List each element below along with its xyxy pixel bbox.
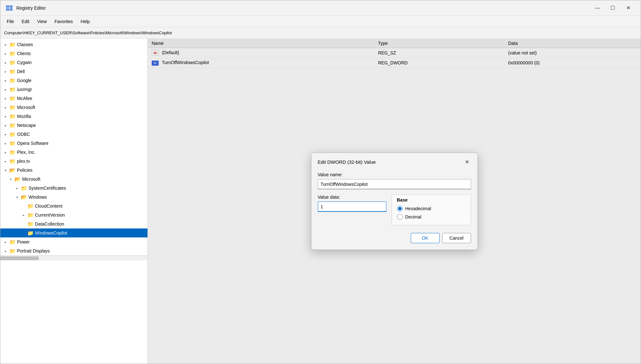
- folder-icon-dell: 📁: [9, 68, 16, 75]
- tree-label-microsoft: Microsoft: [17, 105, 35, 110]
- menu-help[interactable]: Help: [77, 18, 94, 25]
- tree-horizontal-scrollbar[interactable]: [0, 255, 148, 261]
- tree-item-pol-microsoft[interactable]: 📂 Microsoft: [0, 175, 148, 184]
- app-icon: [5, 4, 13, 12]
- tree-label-portrait: Portrait Displays: [17, 248, 50, 253]
- maximize-button[interactable]: ☐: [605, 3, 620, 13]
- tree-label-netscape: Netscape: [17, 123, 36, 128]
- expand-cygwin[interactable]: [3, 60, 8, 65]
- value-name-input[interactable]: [318, 179, 471, 189]
- expand-microsoft[interactable]: [3, 105, 8, 110]
- expand-windows[interactable]: [14, 194, 20, 200]
- dialog-value-left: Value data:: [318, 194, 386, 225]
- folder-icon-cygwin: 📁: [9, 59, 16, 66]
- tree-item-power[interactable]: 📁 Power: [0, 237, 148, 246]
- title-bar: Registry Editor — ☐ ✕: [0, 0, 641, 16]
- tree-item-iusrmgr[interactable]: 📁 iusrmgr: [0, 85, 148, 94]
- radio-hexadecimal[interactable]: Hexadecimal: [397, 206, 466, 211]
- tree-item-portrait[interactable]: 📁 Portrait Displays: [0, 246, 148, 255]
- tree-label-dell: Dell: [17, 69, 25, 74]
- expand-dell[interactable]: [3, 69, 8, 74]
- tree-item-mozilla[interactable]: 📁 Mozilla: [0, 112, 148, 121]
- main-content: 📁 Classes 📁 Clients 📁 Cygwin 📁 Dell: [0, 39, 641, 364]
- folder-icon-windows: 📂: [21, 194, 27, 200]
- dialog-close-button[interactable]: ✕: [462, 157, 472, 167]
- folder-icon-policies: 📂: [9, 167, 16, 173]
- tree-item-systemcerts[interactable]: 📁 SystemCertificates: [0, 184, 148, 193]
- folder-icon-mozilla: 📁: [9, 113, 16, 120]
- tree-item-datacollection[interactable]: 📁 DataCollection: [0, 219, 148, 228]
- svg-rect-7: [10, 9, 12, 10]
- tree-label-classes: Classes: [17, 42, 33, 47]
- tree-item-mcafee[interactable]: 📁 McAfee: [0, 94, 148, 103]
- cancel-button[interactable]: Cancel: [442, 233, 471, 243]
- folder-icon-google: 📁: [9, 77, 16, 84]
- tree-item-microsoft[interactable]: 📁 Microsoft: [0, 103, 148, 112]
- tree-label-cloudcontent: CloudContent: [35, 203, 63, 209]
- tree-item-plex-tv[interactable]: 📁 plex.tv: [0, 157, 148, 166]
- expand-clients[interactable]: [3, 51, 8, 56]
- tree-label-currentversion: CurrentVersion: [35, 212, 65, 218]
- dialog-overlay: Edit DWORD (32-bit) Value ✕ Value name: …: [148, 39, 641, 364]
- tree-item-cloudcontent[interactable]: 📁 CloudContent: [0, 202, 148, 211]
- radio-decimal[interactable]: Decimal: [397, 214, 466, 220]
- tree-item-classes[interactable]: 📁 Classes: [0, 40, 148, 49]
- expand-odbc[interactable]: [3, 132, 8, 137]
- tree-label-windowscopilot: WindowsCopilot: [35, 230, 67, 236]
- expand-pol-microsoft[interactable]: [8, 177, 13, 182]
- menu-file[interactable]: File: [3, 18, 18, 25]
- expand-opera[interactable]: [3, 141, 8, 146]
- expand-plex-tv[interactable]: [3, 159, 8, 164]
- folder-icon-iusrmgr: 📁: [9, 86, 16, 93]
- tree-item-cygwin[interactable]: 📁 Cygwin: [0, 58, 148, 67]
- expand-classes[interactable]: [3, 42, 8, 47]
- folder-icon-power: 📁: [9, 239, 16, 245]
- tree-item-opera[interactable]: 📁 Opera Software: [0, 139, 148, 148]
- folder-icon-odbc: 📁: [9, 131, 16, 137]
- expand-power[interactable]: [3, 239, 8, 244]
- expand-mozilla[interactable]: [3, 114, 8, 119]
- expand-google[interactable]: [3, 78, 8, 83]
- base-label: Base: [397, 197, 466, 203]
- expand-netscape[interactable]: [3, 123, 8, 128]
- radio-dec-input[interactable]: [397, 214, 403, 220]
- expand-currentversion[interactable]: [21, 212, 26, 218]
- tree-item-currentversion[interactable]: 📁 CurrentVersion: [0, 211, 148, 219]
- tree-item-google[interactable]: 📁 Google: [0, 76, 148, 85]
- tree-item-netscape[interactable]: 📁 Netscape: [0, 121, 148, 130]
- tree-item-windows[interactable]: 📂 Windows: [0, 193, 148, 202]
- close-button[interactable]: ✕: [621, 3, 636, 13]
- menu-favorites[interactable]: Favorites: [51, 18, 77, 25]
- tree-item-odbc[interactable]: 📁 ODBC: [0, 130, 148, 139]
- expand-policies[interactable]: [3, 168, 8, 173]
- ok-button[interactable]: OK: [411, 233, 440, 243]
- expand-mcafee[interactable]: [3, 96, 8, 101]
- value-data-input[interactable]: [318, 202, 386, 212]
- dialog-title-bar: Edit DWORD (32-bit) Value ✕: [311, 153, 477, 170]
- tree-label-mcafee: McAfee: [17, 96, 32, 101]
- expand-plex-inc[interactable]: [3, 150, 8, 155]
- menu-view[interactable]: View: [33, 18, 51, 25]
- expand-systemcerts[interactable]: [14, 186, 20, 191]
- minimize-button[interactable]: —: [590, 3, 605, 13]
- tree-item-policies[interactable]: 📂 Policies: [0, 166, 148, 175]
- folder-icon-cloudcontent: 📁: [27, 203, 34, 209]
- tree-item-windowscopilot[interactable]: 📁 WindowsCopilot: [0, 228, 148, 237]
- dialog-value-right: Base Hexadecimal Decimal: [392, 194, 471, 225]
- expand-iusrmgr[interactable]: [3, 87, 8, 92]
- expand-portrait[interactable]: [3, 248, 8, 253]
- menu-edit[interactable]: Edit: [18, 18, 33, 25]
- svg-rect-6: [10, 6, 12, 7]
- tree-pane[interactable]: 📁 Classes 📁 Clients 📁 Cygwin 📁 Dell: [0, 39, 148, 364]
- tree-item-dell[interactable]: 📁 Dell: [0, 67, 148, 76]
- tree-item-plex-inc[interactable]: 📁 Plex, Inc.: [0, 148, 148, 157]
- radio-hex-input[interactable]: [397, 206, 403, 211]
- radio-dec-label: Decimal: [405, 214, 422, 219]
- dialog-buttons: OK Cancel: [318, 232, 471, 243]
- tree-label-windows: Windows: [29, 194, 47, 200]
- tree-label-power: Power: [17, 239, 30, 244]
- radio-hex-label: Hexadecimal: [405, 206, 431, 211]
- scroll-thumb[interactable]: [0, 256, 39, 260]
- tree-item-clients[interactable]: 📁 Clients: [0, 49, 148, 58]
- folder-icon-mcafee: 📁: [9, 95, 16, 102]
